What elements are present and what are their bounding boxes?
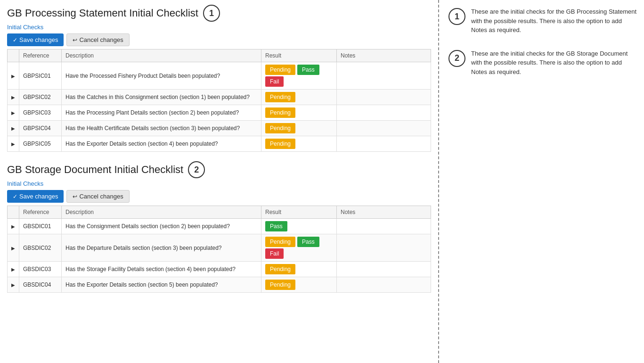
section1-header: GB Processing Statement Initial Checklis… bbox=[7, 5, 431, 22]
sidebar-text-2: These are the initial checks for the GB … bbox=[471, 49, 637, 77]
ref-cell: GBPSIC03 bbox=[19, 105, 62, 121]
notes-cell bbox=[337, 234, 431, 262]
col-expand-1 bbox=[8, 50, 19, 62]
result-row-1: PendingPass bbox=[265, 237, 333, 247]
expand-arrow[interactable]: ▶ bbox=[8, 262, 19, 277]
result-button-pass[interactable]: Pass bbox=[297, 237, 319, 247]
col-reference-2: Reference bbox=[19, 206, 62, 219]
result-button-pending[interactable]: Pending bbox=[265, 123, 295, 133]
desc-cell: Has the Exporter Details section (sectio… bbox=[62, 136, 261, 152]
sidebar-badge-1: 1 bbox=[448, 8, 465, 25]
ref-cell: GBSDIC03 bbox=[19, 262, 62, 277]
section2-subheading: Initial Checks bbox=[7, 180, 431, 187]
sidebar-item-2: 2These are the initial checks for the GB… bbox=[448, 49, 637, 77]
ref-cell: GBSDIC01 bbox=[19, 219, 62, 234]
section1-cancel-button[interactable]: ↩ Cancel changes bbox=[66, 33, 129, 46]
table-row: ▶GBSDIC03Has the Storage Facility Detail… bbox=[8, 262, 431, 277]
result-button-pending[interactable]: Pending bbox=[265, 264, 295, 274]
desc-cell: Has the Storage Facility Details section… bbox=[62, 262, 261, 277]
section2: GB Storage Document Initial Checklist 2 … bbox=[7, 161, 431, 293]
ref-cell: GBSDIC04 bbox=[19, 277, 62, 293]
table-row: ▶GBPSIC01Have the Processed Fishery Prod… bbox=[8, 62, 431, 90]
result-button-pass[interactable]: Pass bbox=[265, 221, 287, 231]
result-row-2: Fail bbox=[265, 248, 333, 259]
expand-arrow[interactable]: ▶ bbox=[8, 136, 19, 152]
result-group: PendingPassFail bbox=[265, 65, 333, 87]
section2-badge: 2 bbox=[188, 161, 205, 178]
result-group: PendingPassFail bbox=[265, 237, 333, 259]
main-content: GB Processing Statement Initial Checklis… bbox=[0, 0, 438, 363]
section1-toolbar: ✓ Save changes ↩ Cancel changes bbox=[7, 33, 431, 46]
section1-title: GB Processing Statement Initial Checklis… bbox=[7, 7, 198, 19]
col-result-1: Result bbox=[261, 50, 337, 62]
notes-cell bbox=[337, 219, 431, 234]
notes-cell bbox=[337, 262, 431, 277]
result-cell: Pending bbox=[261, 90, 337, 105]
sidebar-badge-2: 2 bbox=[448, 50, 465, 67]
section1-subheading: Initial Checks bbox=[7, 24, 431, 31]
expand-arrow[interactable]: ▶ bbox=[8, 105, 19, 121]
col-description-2: Description bbox=[62, 206, 261, 219]
section2-table: Reference Description Result Notes ▶GBSD… bbox=[7, 206, 431, 293]
result-row-1: PendingPass bbox=[265, 65, 333, 75]
expand-arrow[interactable]: ▶ bbox=[8, 90, 19, 105]
desc-cell: Has the Departure Details section (secti… bbox=[62, 234, 261, 262]
section1-save-button[interactable]: ✓ Save changes bbox=[7, 33, 64, 46]
notes-cell bbox=[337, 136, 431, 152]
notes-cell bbox=[337, 62, 431, 90]
section2-cancel-button[interactable]: ↩ Cancel changes bbox=[66, 190, 129, 203]
desc-cell: Has the Catches in this Consignment sect… bbox=[62, 90, 261, 105]
notes-cell bbox=[337, 121, 431, 136]
table-row: ▶GBPSIC02Has the Catches in this Consign… bbox=[8, 90, 431, 105]
col-result-2: Result bbox=[261, 206, 337, 219]
expand-arrow[interactable]: ▶ bbox=[8, 121, 19, 136]
section1: GB Processing Statement Initial Checklis… bbox=[7, 5, 431, 152]
undo-icon: ↩ bbox=[73, 37, 77, 43]
section1-table: Reference Description Result Notes ▶GBPS… bbox=[7, 49, 431, 152]
result-cell: Pending bbox=[261, 105, 337, 121]
undo-icon2: ↩ bbox=[73, 193, 77, 200]
desc-cell: Has the Processing Plant Details section… bbox=[62, 105, 261, 121]
col-notes-2: Notes bbox=[337, 206, 431, 219]
result-button-pending[interactable]: Pending bbox=[265, 107, 295, 118]
result-button-pending[interactable]: Pending bbox=[265, 280, 295, 290]
desc-cell: Has the Consignment Details section (sec… bbox=[62, 219, 261, 234]
checkmark-icon: ✓ bbox=[13, 37, 17, 43]
sidebar-item-1: 1These are the initial checks for the GB… bbox=[448, 7, 637, 35]
col-description-1: Description bbox=[62, 50, 261, 62]
expand-arrow[interactable]: ▶ bbox=[8, 219, 19, 234]
ref-cell: GBPSIC05 bbox=[19, 136, 62, 152]
table-row: ▶GBSDIC04Has the Exporter Details sectio… bbox=[8, 277, 431, 293]
expand-arrow[interactable]: ▶ bbox=[8, 277, 19, 293]
result-button-fail[interactable]: Fail bbox=[265, 248, 284, 259]
desc-cell: Has the Exporter Details section (sectio… bbox=[62, 277, 261, 293]
section1-badge: 1 bbox=[203, 5, 220, 22]
notes-cell bbox=[337, 105, 431, 121]
section2-title: GB Storage Document Initial Checklist bbox=[7, 164, 183, 176]
result-row-2: Fail bbox=[265, 76, 333, 87]
table-row: ▶GBSDIC02Has the Departure Details secti… bbox=[8, 234, 431, 262]
result-button-pending[interactable]: Pending bbox=[265, 92, 295, 102]
result-button-pending[interactable]: Pending bbox=[265, 65, 295, 75]
result-cell: Pending bbox=[261, 121, 337, 136]
col-reference-1: Reference bbox=[19, 50, 62, 62]
ref-cell: GBPSIC02 bbox=[19, 90, 62, 105]
result-cell: Pending bbox=[261, 277, 337, 293]
result-button-fail[interactable]: Fail bbox=[265, 76, 284, 87]
expand-arrow[interactable]: ▶ bbox=[8, 234, 19, 262]
col-expand-2 bbox=[8, 206, 19, 219]
ref-cell: GBSDIC02 bbox=[19, 234, 62, 262]
result-button-pending[interactable]: Pending bbox=[265, 139, 295, 149]
desc-cell: Have the Processed Fishery Product Detai… bbox=[62, 62, 261, 90]
ref-cell: GBPSIC04 bbox=[19, 121, 62, 136]
sidebar: 1These are the initial checks for the GB… bbox=[438, 0, 644, 363]
result-cell: Pending bbox=[261, 262, 337, 277]
expand-arrow[interactable]: ▶ bbox=[8, 62, 19, 90]
sidebar-text-1: These are the initial checks for the GB … bbox=[471, 7, 637, 35]
result-button-pending[interactable]: Pending bbox=[265, 237, 295, 247]
result-button-pass[interactable]: Pass bbox=[297, 65, 319, 75]
notes-cell bbox=[337, 277, 431, 293]
section2-save-button[interactable]: ✓ Save changes bbox=[7, 190, 64, 203]
result-cell: Pass bbox=[261, 219, 337, 234]
table-row: ▶GBSDIC01Has the Consignment Details sec… bbox=[8, 219, 431, 234]
